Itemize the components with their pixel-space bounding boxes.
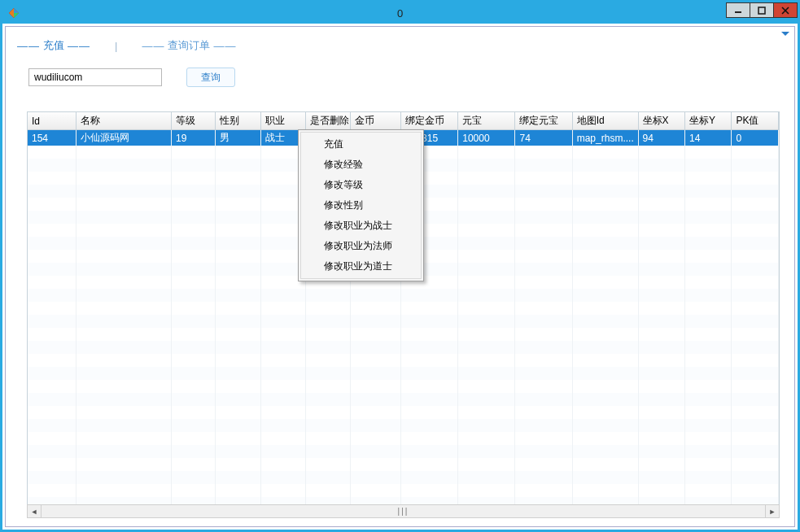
minimize-button[interactable] (726, 2, 750, 18)
svg-rect-4 (758, 7, 765, 14)
context-menu-item[interactable]: 修改性别 (301, 195, 421, 216)
table-row (28, 484, 779, 497)
table-row (28, 393, 779, 406)
table-cell: 男 (216, 130, 260, 146)
horizontal-scrollbar[interactable]: ◄ ||| ► (27, 504, 780, 518)
search-row: 查询 (6, 59, 794, 98)
query-button[interactable]: 查询 (186, 68, 235, 87)
column-header[interactable]: 金币 (351, 112, 401, 130)
panel-dropdown-icon[interactable] (781, 32, 789, 36)
table-row (28, 341, 779, 354)
table-cell: 0 (732, 130, 779, 146)
table-row (28, 354, 779, 367)
tab-qo-dash-left: —— (142, 40, 164, 52)
search-input[interactable] (28, 68, 162, 86)
column-header[interactable]: 地图Id (572, 112, 638, 130)
context-menu-item[interactable]: 修改职业为法师 (301, 236, 421, 256)
table-cell: 小仙源码网 (77, 130, 172, 146)
context-menu-item[interactable]: 修改经验 (301, 155, 421, 175)
table-row (28, 302, 779, 315)
context-menu: 充值修改经验修改等级修改性别修改职业为战士修改职业为法师修改职业为道士 (298, 129, 424, 281)
tab-dash-right: —— (68, 40, 90, 52)
data-grid[interactable]: Id名称等级性别职业是否删除金币绑定金币元宝绑定元宝地图Id坐标X坐标YPK值 … (27, 111, 780, 505)
title-bar: 0 (2, 2, 798, 24)
table-row (28, 458, 779, 471)
table-row (28, 471, 779, 484)
window-controls (727, 2, 798, 19)
context-menu-item[interactable]: 修改职业为道士 (301, 256, 421, 277)
content-area: —— 充值 —— | —— 查询订单 —— 查询 (5, 26, 795, 527)
tab-qo-dash-right: —— (213, 40, 236, 52)
column-header[interactable]: 坐标X (638, 112, 684, 130)
column-header[interactable]: 名称 (77, 112, 172, 130)
column-header[interactable]: 等级 (172, 112, 216, 130)
table-cell: 74 (515, 130, 572, 146)
tab-dash-left: —— (17, 40, 40, 52)
table-cell: map_rhsm.... (572, 130, 638, 146)
table-row (28, 367, 779, 380)
table-row (28, 315, 779, 328)
table-cell: 94 (638, 130, 684, 146)
table-row (28, 328, 779, 341)
table-row (28, 289, 779, 302)
table-row (28, 406, 779, 419)
column-header[interactable]: 绑定元宝 (515, 112, 572, 130)
maximize-button[interactable] (750, 2, 774, 18)
column-header[interactable]: 性别 (216, 112, 260, 130)
column-header[interactable]: 绑定金币 (401, 112, 458, 130)
table-cell: 10000 (458, 130, 515, 146)
context-menu-item[interactable]: 修改职业为战士 (301, 216, 421, 236)
column-header[interactable]: 坐标Y (685, 112, 732, 130)
context-menu-item[interactable]: 充值 (301, 134, 421, 155)
table-cell: 154 (28, 130, 77, 146)
table-row (28, 445, 779, 458)
svg-marker-2 (14, 13, 19, 18)
column-header[interactable]: Id (28, 112, 77, 130)
close-button[interactable] (773, 2, 798, 18)
column-header[interactable]: 是否删除 (306, 112, 351, 130)
context-menu-item[interactable]: 修改等级 (301, 175, 421, 195)
table-row (28, 419, 779, 432)
scroll-right-icon[interactable]: ► (765, 505, 779, 517)
column-header[interactable]: PK值 (732, 112, 779, 130)
table-cell: 19 (172, 130, 216, 146)
column-header[interactable]: 元宝 (458, 112, 515, 130)
table-row (28, 380, 779, 393)
column-header[interactable]: 职业 (260, 112, 305, 130)
table-row (28, 432, 779, 445)
scroll-left-icon[interactable]: ◄ (28, 505, 42, 517)
tab-separator: | (115, 40, 117, 52)
tab-recharge-label: 充值 (43, 38, 64, 53)
table-cell: 14 (685, 130, 732, 146)
tab-query-order[interactable]: —— 查询订单 —— (142, 38, 236, 53)
app-icon (7, 7, 20, 20)
window-title: 0 (397, 7, 403, 20)
scroll-grip-icon: ||| (398, 507, 409, 516)
svg-marker-1 (14, 8, 19, 13)
tab-recharge[interactable]: —— 充值 —— (17, 38, 90, 53)
tab-query-order-label: 查询订单 (168, 38, 210, 53)
scroll-track[interactable]: ||| (42, 507, 765, 516)
tab-bar: —— 充值 —— | —— 查询订单 —— (6, 32, 794, 59)
